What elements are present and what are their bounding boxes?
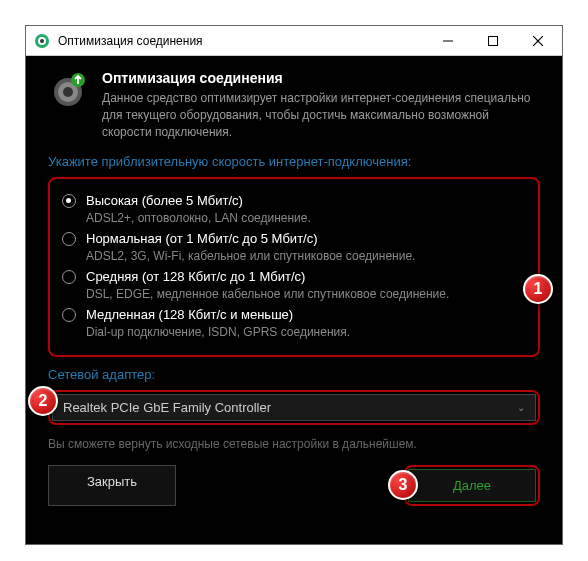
- radio-icon: [62, 232, 76, 246]
- radio-sublabel: DSL, EDGE, медленное кабельное или спутн…: [86, 287, 526, 301]
- speed-options-group: 1 Высокая (более 5 Мбит/с) ADSL2+, оптов…: [48, 177, 540, 357]
- header-description: Данное средство оптимизирует настройки и…: [102, 90, 540, 140]
- optimization-icon: [48, 70, 88, 110]
- svg-point-2: [40, 39, 44, 43]
- close-dialog-button[interactable]: Закрыть: [48, 465, 176, 506]
- window-controls: [425, 27, 560, 55]
- window-title: Оптимизация соединения: [58, 34, 425, 48]
- radio-label: Медленная (128 Кбит/с и меньше): [86, 307, 293, 322]
- radio-option-high[interactable]: Высокая (более 5 Мбит/с): [62, 193, 526, 208]
- radio-label: Высокая (более 5 Мбит/с): [86, 193, 243, 208]
- dialog-content: Оптимизация соединения Данное средство о…: [26, 56, 562, 506]
- radio-sublabel: Dial-up подключение, ISDN, GPRS соединен…: [86, 325, 526, 339]
- radio-sublabel: ADSL2+, оптоволокно, LAN соединение.: [86, 211, 526, 225]
- chevron-down-icon: ⌄: [517, 402, 525, 413]
- radio-icon: [62, 270, 76, 284]
- app-icon: [34, 33, 50, 49]
- titlebar: Оптимизация соединения: [26, 26, 562, 56]
- maximize-button[interactable]: [470, 27, 515, 55]
- hint-text: Вы сможете вернуть исходные сетевые наст…: [48, 437, 540, 451]
- radio-icon: [62, 194, 76, 208]
- speed-section-label: Укажите приблизительную скорость интерне…: [48, 154, 540, 169]
- adapter-dropdown[interactable]: Realtek PCIe GbE Family Controller ⌄: [52, 394, 536, 421]
- next-button-group: 3 Далее: [404, 465, 540, 506]
- minimize-button[interactable]: [425, 27, 470, 55]
- radio-option-medium[interactable]: Средняя (от 128 Кбит/с до 1 Мбит/с): [62, 269, 526, 284]
- adapter-dropdown-group: 2 Realtek PCIe GbE Family Controller ⌄: [48, 390, 540, 425]
- radio-sublabel: ADSL2, 3G, Wi-Fi, кабельное или спутнико…: [86, 249, 526, 263]
- adapter-value: Realtek PCIe GbE Family Controller: [63, 400, 271, 415]
- close-button[interactable]: [515, 27, 560, 55]
- footer-buttons: Закрыть 3 Далее: [48, 465, 540, 506]
- radio-label: Нормальная (от 1 Мбит/с до 5 Мбит/с): [86, 231, 318, 246]
- radio-label: Средняя (от 128 Кбит/с до 1 Мбит/с): [86, 269, 305, 284]
- radio-option-slow[interactable]: Медленная (128 Кбит/с и меньше): [62, 307, 526, 322]
- adapter-section-label: Сетевой адаптер:: [48, 367, 540, 382]
- header: Оптимизация соединения Данное средство о…: [48, 70, 540, 140]
- dialog-window: Оптимизация соединения: [25, 25, 563, 545]
- header-text: Оптимизация соединения Данное средство о…: [102, 70, 540, 140]
- radio-option-normal[interactable]: Нормальная (от 1 Мбит/с до 5 Мбит/с): [62, 231, 526, 246]
- radio-icon: [62, 308, 76, 322]
- next-button[interactable]: Далее: [408, 469, 536, 502]
- svg-point-9: [63, 87, 73, 97]
- header-title: Оптимизация соединения: [102, 70, 540, 86]
- svg-rect-4: [488, 36, 497, 45]
- callout-1: 1: [523, 274, 553, 304]
